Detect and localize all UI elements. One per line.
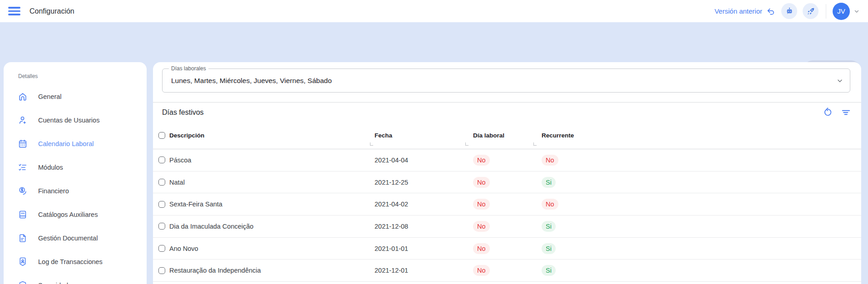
calendar-icon <box>17 138 28 149</box>
column-resize-handle[interactable] <box>533 142 537 146</box>
column-header-date[interactable]: Fecha <box>375 132 473 139</box>
column-resize-handle[interactable] <box>370 142 373 146</box>
transactions-log-icon <box>17 256 28 267</box>
sidebar-item-financiero[interactable]: Financiero <box>4 179 147 203</box>
cell-recurrent: Si <box>542 243 861 254</box>
finance-icon <box>17 186 28 196</box>
sidebar-item-seguridad[interactable]: Seguridad <box>4 274 147 284</box>
cell-recurrent: Si <box>542 265 861 276</box>
refresh-icon <box>823 107 833 118</box>
holidays-table-body: Páscoa 2021-04-04 No No Natal 2021-12-25… <box>153 149 861 282</box>
sidebar-item-cat-logos-auxiliares[interactable]: Catálogos Auxiliares <box>4 203 147 226</box>
row-checkbox[interactable] <box>158 157 165 163</box>
holiday-table-row[interactable]: Páscoa 2021-04-04 No No <box>153 149 861 171</box>
holiday-table-row[interactable]: Ano Novo 2021-01-01 No Si <box>153 238 861 260</box>
cell-description: Dia da Imaculada Conceição <box>169 223 375 230</box>
cell-description: Sexta-Feira Santa <box>169 201 375 208</box>
sidebar-item-cuentas-de-usuarios[interactable]: Cuentas de Usuarios <box>4 108 147 132</box>
cell-recurrent: No <box>542 155 861 166</box>
column-resize-handle[interactable] <box>465 142 469 146</box>
working-day-badge: No <box>473 243 490 254</box>
cell-working-day: No <box>473 199 542 210</box>
previous-version-link[interactable]: Versión anterior <box>715 7 762 15</box>
working-days-value: Lunes, Martes, Miércoles, Jueves, Vierne… <box>163 69 850 92</box>
settings-sidebar: Detalles General Cuentas de Usuarios Cal… <box>4 62 147 284</box>
cell-date: 2021-12-08 <box>375 223 473 230</box>
holiday-table-row[interactable]: Dia da Imaculada Conceição 2021-12-08 No… <box>153 215 861 238</box>
sidebar-item-label: Módulos <box>38 164 63 171</box>
row-checkbox[interactable] <box>158 179 165 186</box>
avatar-chevron-down-icon[interactable] <box>853 8 860 15</box>
appbar-divider <box>826 4 826 19</box>
holiday-table-row[interactable]: Natal 2021-12-25 No Si <box>153 171 861 194</box>
filter-button[interactable] <box>841 107 851 118</box>
cell-working-day: No <box>473 221 542 232</box>
undo-icon[interactable] <box>766 6 776 16</box>
holiday-table-row[interactable]: Sexta-Feira Santa 2021-04-02 No No <box>153 193 861 215</box>
user-avatar[interactable]: JV <box>833 3 850 20</box>
sidebar-section-label: Detalles <box>18 73 147 79</box>
cell-date: 2021-04-04 <box>375 157 473 164</box>
cell-description: Natal <box>169 179 375 186</box>
cell-recurrent: Si <box>542 177 861 188</box>
row-checkbox[interactable] <box>158 223 165 230</box>
sidebar-item-label: Cuentas de Usuarios <box>38 117 99 124</box>
recurrent-badge: Si <box>542 243 556 254</box>
user-accounts-icon <box>17 115 28 126</box>
holidays-title: Días festivos <box>162 108 204 117</box>
cell-working-day: No <box>473 243 542 254</box>
launch-button[interactable] <box>803 3 819 19</box>
select-chevron-down-icon <box>836 77 843 84</box>
working-day-badge: No <box>473 199 490 210</box>
sidebar-item-general[interactable]: General <box>4 85 147 108</box>
working-day-badge: No <box>473 221 490 232</box>
column-header-working-day[interactable]: Día laboral <box>473 132 542 139</box>
cell-description: Páscoa <box>169 157 375 164</box>
holiday-table-row[interactable]: Restauração da Independência 2021-12-01 … <box>153 260 861 282</box>
holidays-table-header: Descripción Fecha Día laboral Recurrente <box>153 122 861 149</box>
recurrent-badge: Si <box>542 177 556 188</box>
sidebar-item-label: General <box>38 93 62 100</box>
select-all-checkbox[interactable] <box>158 132 165 139</box>
working-days-select[interactable]: Días laborales Lunes, Martes, Miércoles,… <box>162 69 850 93</box>
cell-date: 2021-12-25 <box>375 179 473 186</box>
refresh-button[interactable] <box>823 107 833 118</box>
cell-date: 2021-01-01 <box>375 245 473 252</box>
column-header-recurrent[interactable]: Recurrente <box>542 132 861 139</box>
robot-icon <box>785 7 794 16</box>
chatbot-button[interactable] <box>781 3 797 19</box>
sidebar-item-label: Gestión Documental <box>38 235 98 242</box>
cell-description: Ano Novo <box>169 245 375 252</box>
recurrent-badge: No <box>542 199 558 210</box>
sidebar-item-m-dulos[interactable]: Módulos <box>4 156 147 179</box>
sidebar-item-log-de-transacciones[interactable]: Log de Transacciones <box>4 250 147 274</box>
page-title: Configuración <box>30 7 74 15</box>
working-day-badge: No <box>473 155 490 166</box>
app-bar: Configuración Versión anterior <box>0 0 868 22</box>
sidebar-item-label: Catálogos Auxiliares <box>38 211 98 218</box>
document-icon <box>17 233 28 244</box>
cell-working-day: No <box>473 155 542 166</box>
security-icon <box>17 280 28 284</box>
column-header-description[interactable]: Descripción <box>169 132 375 139</box>
sidebar-item-label: Calendario Laboral <box>38 140 94 147</box>
row-checkbox[interactable] <box>158 267 165 274</box>
sidebar-item-calendario-laboral[interactable]: Calendario Laboral <box>4 132 147 156</box>
hamburger-menu-icon[interactable] <box>8 7 20 15</box>
cell-recurrent: Si <box>542 221 861 232</box>
filter-icon <box>841 107 851 118</box>
rocket-icon <box>806 7 815 16</box>
sidebar-item-label: Financiero <box>38 187 69 195</box>
working-day-badge: No <box>473 177 490 188</box>
calendar-settings-panel: Días laborales Lunes, Martes, Miércoles,… <box>153 62 861 284</box>
recurrent-badge: Si <box>542 221 556 232</box>
cell-working-day: No <box>473 265 542 276</box>
home-icon <box>17 91 28 102</box>
sidebar-item-label: Seguridad <box>38 282 68 284</box>
sidebar-item-label: Log de Transacciones <box>38 258 103 265</box>
row-checkbox[interactable] <box>158 245 165 252</box>
cell-date: 2021-04-02 <box>375 201 473 208</box>
holidays-header-row: Días festivos <box>153 102 861 122</box>
row-checkbox[interactable] <box>158 201 165 208</box>
sidebar-item-gesti-n-documental[interactable]: Gestión Documental <box>4 226 147 250</box>
